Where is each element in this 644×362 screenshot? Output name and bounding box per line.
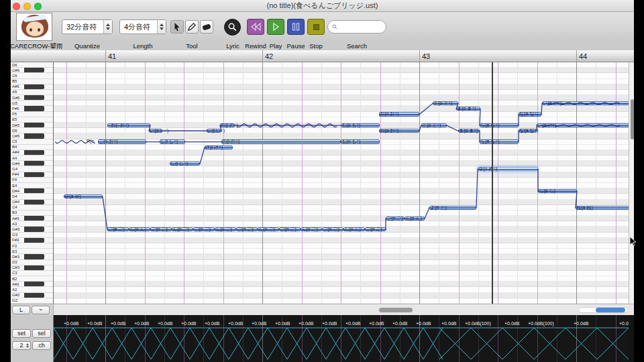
- sel-button[interactable]: sel: [32, 329, 51, 338]
- search-input[interactable]: [340, 23, 382, 31]
- note-grid[interactable]: - お(- お↑)R(oこ(o お↑)い(o い↑)し(i し↑)し(i し↑)…: [54, 62, 629, 304]
- key-label: F#4: [12, 172, 19, 177]
- pencil-tool-button[interactable]: [185, 20, 199, 34]
- key-label: C4: [12, 205, 17, 210]
- voicebank-avatar[interactable]: [16, 13, 52, 41]
- black-key-bar: [24, 227, 44, 231]
- piano-key-G4[interactable]: G4: [11, 166, 54, 172]
- envelope-editor[interactable]: +0.0dB+0.0dB+0.0dB+0.0dB+0.0dB+0.0dB+0.0…: [54, 315, 629, 362]
- piano-key-E3[interactable]: E3: [11, 249, 54, 254]
- piano-key-C#5[interactable]: C#5: [11, 133, 54, 139]
- piano-key-B2[interactable]: B2: [11, 276, 54, 282]
- piano-key-A#4[interactable]: A#4: [11, 150, 54, 156]
- piano-key-A#5[interactable]: A#5: [11, 84, 54, 90]
- piano-key-A4[interactable]: A4: [11, 156, 54, 161]
- playhead[interactable]: [492, 62, 493, 304]
- channel-stepper-arrows[interactable]: [26, 343, 29, 348]
- piano-key-B3[interactable]: B3: [11, 210, 54, 216]
- minimize-window-button[interactable]: [23, 3, 31, 10]
- app-window: (no title)(食べるんごブリッジ.ust) 32分音符 4分音符: [11, 0, 634, 362]
- toolbar-labels-row: SCARECROW-顰雨QuantizeLengthToolLyricRewin…: [11, 42, 634, 50]
- zoom-window-button[interactable]: [34, 3, 42, 10]
- piano-key-D#5[interactable]: D#5: [11, 123, 54, 128]
- piano-key-A5[interactable]: A5: [11, 90, 54, 95]
- piano-key-G#2[interactable]: G#2: [11, 293, 54, 298]
- black-key-bar: [24, 161, 44, 166]
- quantize-select[interactable]: 32分音符: [62, 19, 113, 34]
- piano-key-A2[interactable]: A2: [11, 287, 54, 292]
- rewind-button[interactable]: [247, 19, 264, 35]
- mode-l-button[interactable]: L: [12, 306, 30, 314]
- vertical-scrollbar[interactable]: [629, 62, 634, 304]
- piano-key-G5[interactable]: G5: [11, 101, 54, 106]
- piano-key-F#5[interactable]: F#5: [11, 106, 54, 111]
- piano-key-A#3[interactable]: A#3: [11, 216, 54, 221]
- key-label: F#3: [12, 238, 19, 243]
- key-label: B4: [12, 145, 17, 149]
- piano-key-D3[interactable]: D3: [11, 260, 54, 265]
- key-label: D3: [12, 260, 17, 265]
- close-window-button[interactable]: [13, 3, 20, 10]
- piano-key-B4[interactable]: B4: [11, 145, 54, 150]
- piano-key-C#4[interactable]: C#4: [11, 200, 54, 205]
- measure-ruler[interactable]: 41424344: [11, 50, 634, 62]
- toolbar-label: Search: [347, 42, 367, 50]
- piano-key-G#3[interactable]: G#3: [11, 227, 54, 232]
- key-label: E5: [12, 117, 17, 122]
- piano-key-G#4[interactable]: G#4: [11, 161, 54, 166]
- key-label: F3: [12, 244, 17, 249]
- quantize-stepper[interactable]: [103, 20, 112, 34]
- note-lyric: こ(o お↑): [99, 139, 117, 144]
- piano-key-C4[interactable]: C4: [11, 205, 54, 210]
- grid-line: [517, 62, 518, 304]
- envelope-gain-label: +0.0dB: [369, 321, 384, 326]
- piano-key-G3[interactable]: G3: [11, 233, 54, 238]
- cursor-tool-button[interactable]: [170, 20, 184, 34]
- measure-number: 41: [108, 52, 116, 60]
- piano-key-G2[interactable]: G2: [11, 298, 54, 304]
- piano-key-D5[interactable]: D5: [11, 128, 54, 133]
- piano-key-A3[interactable]: A3: [11, 221, 54, 227]
- key-label: C#6: [12, 68, 19, 73]
- piano-key-F5[interactable]: F5: [11, 112, 54, 117]
- measure-number: 43: [422, 52, 430, 60]
- piano-key-F#4[interactable]: F#4: [11, 172, 54, 178]
- mode-tilde-button[interactable]: ~: [32, 306, 50, 314]
- play-button[interactable]: [267, 19, 284, 35]
- piano-key-C3[interactable]: C3: [11, 271, 54, 276]
- toolbar-label: Stop: [309, 42, 323, 50]
- piano-key-C#3[interactable]: C#3: [11, 265, 54, 271]
- piano-key-C5[interactable]: C5: [11, 139, 54, 145]
- ch-button[interactable]: ch: [32, 341, 51, 350]
- horizontal-scrollbar-thumb[interactable]: [379, 308, 413, 312]
- piano-key-F#3[interactable]: F#3: [11, 238, 54, 243]
- piano-key-D#3[interactable]: D#3: [11, 254, 54, 259]
- eraser-tool-button[interactable]: [200, 20, 213, 34]
- pause-button[interactable]: [287, 19, 305, 35]
- piano-key-B5[interactable]: B5: [11, 79, 54, 84]
- envelope-gain-label: +0.0dB: [416, 321, 431, 326]
- magnifier-icon: [227, 22, 237, 32]
- piano-key-C6[interactable]: C6: [11, 73, 54, 78]
- piano-key-E4[interactable]: E4: [11, 183, 54, 188]
- piano-key-A#2[interactable]: A#2: [11, 282, 54, 287]
- piano-key-C#6[interactable]: C#6: [11, 68, 54, 73]
- piano-key-D4[interactable]: D4: [11, 194, 54, 199]
- piano-key-G#5[interactable]: G#5: [11, 95, 54, 101]
- piano-key-D6[interactable]: D6: [11, 62, 54, 68]
- envelope-scrollbar-thumb[interactable]: [596, 308, 625, 312]
- set-button[interactable]: set: [12, 329, 31, 338]
- vertical-scrollbar-thumb[interactable]: [631, 99, 634, 139]
- piano-key-D#4[interactable]: D#4: [11, 188, 54, 194]
- lyric-button[interactable]: [224, 19, 241, 36]
- piano-key-E5[interactable]: E5: [11, 117, 54, 123]
- length-select[interactable]: 4分音符: [119, 19, 166, 34]
- rewind-icon: [250, 22, 262, 32]
- channel-number-stepper[interactable]: 2: [12, 341, 31, 350]
- length-stepper[interactable]: [157, 20, 166, 34]
- envelope-gain-label: +0.0dB: [158, 321, 172, 326]
- stop-button[interactable]: [307, 19, 325, 35]
- key-label: C6: [12, 74, 17, 78]
- piano-key-F4[interactable]: F4: [11, 178, 54, 183]
- piano-key-F3[interactable]: F3: [11, 243, 54, 249]
